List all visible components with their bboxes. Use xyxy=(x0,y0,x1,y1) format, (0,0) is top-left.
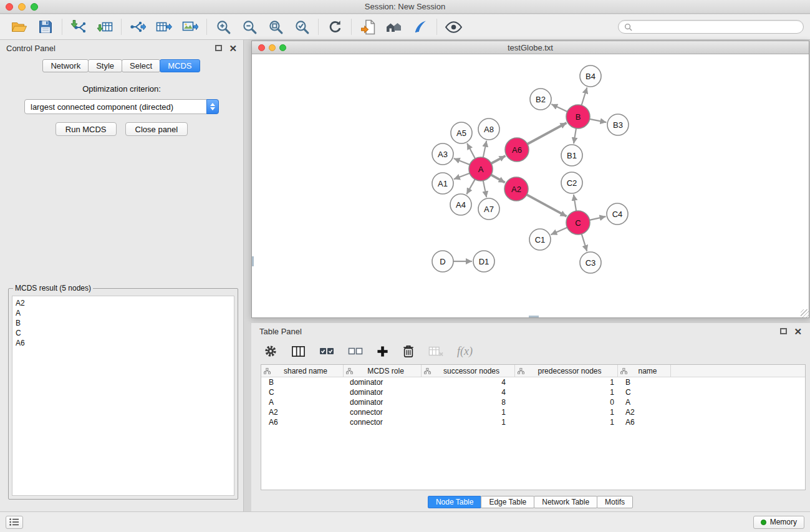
node-A8[interactable]: A8 xyxy=(478,118,499,140)
export-image-button[interactable] xyxy=(177,16,203,37)
edge-A-A1[interactable] xyxy=(454,173,470,180)
zoom-out-button[interactable] xyxy=(236,16,263,37)
edge-A6-B[interactable] xyxy=(528,123,567,144)
zoom-window-button[interactable] xyxy=(31,3,38,11)
optimization-criterion-select[interactable]: largest connected component (directed) xyxy=(24,99,219,114)
column-header-name[interactable]: name xyxy=(618,365,671,377)
result-item-a[interactable]: A xyxy=(16,308,231,318)
column-header-mcds-role[interactable]: MCDS role xyxy=(344,365,422,377)
network-canvas[interactable]: B4B2BB3A5A8A6A3B1AA1C2A2A4A7C4CC1C3DD1 xyxy=(252,55,809,317)
node-C3[interactable]: C3 xyxy=(580,252,601,273)
zoom-selected-button[interactable] xyxy=(289,16,315,37)
cell[interactable]: A6 xyxy=(261,418,344,427)
node-D1[interactable]: D1 xyxy=(473,251,494,272)
search-input[interactable] xyxy=(635,22,798,31)
cell[interactable]: connector xyxy=(344,408,422,417)
cell[interactable]: C xyxy=(261,388,344,397)
cell[interactable]: A xyxy=(618,398,671,407)
edge-C-C2[interactable] xyxy=(574,195,576,211)
annotation-pen-button[interactable] xyxy=(407,16,433,37)
cell[interactable]: 1 xyxy=(515,408,618,417)
export-table-button[interactable] xyxy=(151,16,177,37)
edge-B-B2[interactable] xyxy=(551,104,567,112)
cell[interactable]: 4 xyxy=(422,388,515,397)
node-D[interactable]: D xyxy=(432,251,453,272)
table-row-a6[interactable]: A6connector11A6 xyxy=(261,417,805,427)
edge-B-B4[interactable] xyxy=(582,87,587,105)
cell[interactable]: 1 xyxy=(515,378,618,387)
cell[interactable]: A2 xyxy=(618,408,671,417)
cell[interactable]: B xyxy=(618,378,671,387)
edge-A-A2[interactable] xyxy=(491,175,505,182)
close-panel-button[interactable]: Close panel xyxy=(125,122,188,136)
tab-mcds[interactable]: MCDS xyxy=(160,59,200,72)
result-item-c[interactable]: C xyxy=(16,328,231,338)
tab-node-table[interactable]: Node Table xyxy=(428,496,482,508)
cell[interactable]: A xyxy=(261,398,344,407)
network-minimize-button[interactable] xyxy=(269,44,276,51)
float-panel-button[interactable] xyxy=(215,45,222,51)
node-A3[interactable]: A3 xyxy=(432,143,453,165)
cell[interactable]: connector xyxy=(344,418,422,427)
node-A1[interactable]: A1 xyxy=(432,173,453,194)
table-row-c[interactable]: Cdominator41C xyxy=(261,387,805,397)
table-close-panel-button[interactable]: ✕ xyxy=(794,327,802,336)
vertical-scroll-indicator[interactable] xyxy=(252,256,254,266)
node-C[interactable]: C xyxy=(566,211,590,235)
tab-network-table[interactable]: Network Table xyxy=(534,496,597,508)
tab-network[interactable]: Network xyxy=(42,59,89,72)
table-row-a2[interactable]: A2connector11A2 xyxy=(261,407,805,417)
cell[interactable]: 4 xyxy=(422,378,515,387)
edge-A-A4[interactable] xyxy=(466,180,475,195)
zoom-fit-button[interactable] xyxy=(263,16,289,37)
select-all-button[interactable] xyxy=(319,346,334,357)
show-columns-button[interactable] xyxy=(291,345,306,358)
document-arrow-button[interactable] xyxy=(355,16,381,37)
cell[interactable]: 1 xyxy=(422,408,515,417)
cell[interactable]: dominator xyxy=(344,398,422,407)
network-close-button[interactable] xyxy=(258,44,265,51)
cell[interactable]: dominator xyxy=(344,378,422,387)
node-A[interactable]: A xyxy=(469,157,493,181)
network-overview-button[interactable] xyxy=(381,16,407,37)
refresh-view-button[interactable] xyxy=(322,16,348,37)
import-network-button[interactable] xyxy=(65,16,92,37)
node-B4[interactable]: B4 xyxy=(580,65,601,87)
cell[interactable]: A2 xyxy=(261,408,344,417)
open-session-button[interactable] xyxy=(6,16,32,37)
node-C2[interactable]: C2 xyxy=(561,172,582,193)
edge-C-C1[interactable] xyxy=(551,228,567,235)
edge-C-C3[interactable] xyxy=(582,234,587,251)
cell[interactable]: C xyxy=(618,388,671,397)
table-float-panel-button[interactable] xyxy=(780,328,787,334)
tab-motifs[interactable]: Motifs xyxy=(597,496,633,508)
node-A5[interactable]: A5 xyxy=(451,122,472,143)
result-item-b[interactable]: B xyxy=(16,318,231,328)
cell[interactable]: dominator xyxy=(344,388,422,397)
edge-A-A8[interactable] xyxy=(483,141,486,158)
close-panel-icon-button[interactable]: ✕ xyxy=(229,44,237,53)
node-C1[interactable]: C1 xyxy=(529,229,551,250)
cell[interactable]: 8 xyxy=(422,398,515,407)
column-header-shared-name[interactable]: shared name xyxy=(261,365,344,377)
cell[interactable]: 1 xyxy=(515,388,618,397)
edge-A-A7[interactable] xyxy=(483,181,486,198)
add-column-button[interactable] xyxy=(377,346,388,357)
edge-A-A6[interactable] xyxy=(491,156,506,163)
task-history-button[interactable] xyxy=(6,516,23,529)
run-mcds-button[interactable]: Run MCDS xyxy=(55,122,117,136)
deselect-all-button[interactable] xyxy=(348,346,363,357)
edge-A-A5[interactable] xyxy=(467,143,475,158)
delete-column-button[interactable] xyxy=(402,344,415,358)
resize-grip[interactable] xyxy=(801,309,809,317)
edge-A-A3[interactable] xyxy=(454,158,470,165)
column-header-predecessor-nodes[interactable]: predecessor nodes xyxy=(515,365,618,377)
mcds-result-list[interactable]: A2ABCA6 xyxy=(12,296,234,496)
network-window-titlebar[interactable]: testGlobe.txt xyxy=(252,41,809,54)
cell[interactable]: A6 xyxy=(618,418,671,427)
cell[interactable]: 0 xyxy=(515,398,618,407)
network-zoom-button[interactable] xyxy=(279,44,286,51)
show-details-button[interactable] xyxy=(440,16,466,37)
tab-select[interactable]: Select xyxy=(122,59,160,72)
node-A4[interactable]: A4 xyxy=(450,194,471,215)
